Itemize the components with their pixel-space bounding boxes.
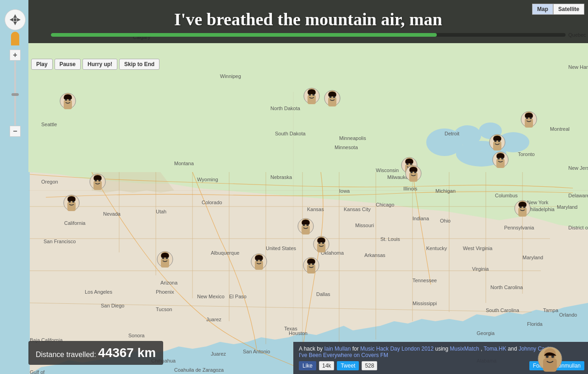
svg-text:Pennsylvania: Pennsylvania bbox=[504, 225, 534, 230]
svg-text:Albuquerque: Albuquerque bbox=[211, 250, 239, 256]
svg-rect-147 bbox=[518, 207, 527, 217]
zoom-out-button[interactable]: − bbox=[10, 126, 21, 137]
location-marker[interactable] bbox=[303, 257, 319, 274]
svg-text:Philadelphia: Philadelphia bbox=[527, 207, 555, 212]
svg-rect-187 bbox=[543, 358, 557, 372]
svg-rect-167 bbox=[255, 261, 263, 270]
svg-text:West Virginia: West Virginia bbox=[463, 246, 493, 251]
svg-text:Wisconsin: Wisconsin bbox=[376, 167, 399, 173]
svg-rect-112 bbox=[308, 95, 316, 104]
satellite-button[interactable]: Satellite bbox=[553, 4, 584, 15]
location-marker[interactable] bbox=[514, 200, 531, 217]
svg-text:Tennessee: Tennessee bbox=[412, 278, 437, 283]
map-container: Seattle Oregon California Nevada Utah Mo… bbox=[0, 0, 588, 374]
svg-text:Juarez: Juarez bbox=[211, 351, 226, 357]
svg-text:North Dakota: North Dakota bbox=[270, 106, 301, 111]
svg-rect-142 bbox=[409, 173, 418, 182]
map-background: Seattle Oregon California Nevada Utah Mo… bbox=[0, 0, 588, 374]
svg-text:El Paso: El Paso bbox=[229, 294, 247, 299]
svg-text:San Antonio: San Antonio bbox=[243, 349, 270, 354]
svg-rect-122 bbox=[525, 118, 533, 128]
twitter-tweet-button[interactable]: Tweet bbox=[337, 361, 359, 370]
skip-button[interactable]: Skip to End bbox=[119, 59, 159, 70]
svg-marker-100 bbox=[13, 14, 17, 18]
svg-text:California: California bbox=[64, 220, 86, 226]
svg-text:Iowa: Iowa bbox=[339, 188, 350, 194]
svg-text:Mississippi: Mississippi bbox=[412, 301, 437, 306]
street-view-icon[interactable] bbox=[11, 32, 19, 45]
ive-been-link[interactable]: I've Been Everywhere on Covers FM bbox=[299, 352, 388, 358]
svg-text:Toronto: Toronto bbox=[518, 151, 535, 157]
location-marker[interactable] bbox=[297, 218, 314, 234]
distance-value: 44367 km bbox=[98, 346, 156, 360]
location-marker[interactable] bbox=[251, 253, 267, 270]
svg-text:Columbus: Columbus bbox=[495, 193, 518, 198]
svg-text:Florida: Florida bbox=[527, 321, 543, 327]
author-link[interactable]: Iain Mullan bbox=[324, 346, 351, 352]
svg-text:Kansas: Kansas bbox=[307, 207, 324, 212]
svg-text:Coahuila de Zaragoza: Coahuila de Zaragoza bbox=[174, 367, 224, 373]
svg-text:Delaware: Delaware bbox=[568, 193, 588, 198]
location-marker[interactable] bbox=[60, 93, 76, 109]
location-marker[interactable] bbox=[405, 165, 422, 182]
svg-text:Minneapolis: Minneapolis bbox=[339, 135, 366, 141]
pan-control[interactable] bbox=[5, 9, 26, 30]
svg-rect-172 bbox=[302, 225, 310, 234]
svg-text:Virginia: Virginia bbox=[472, 266, 489, 272]
svg-text:Arkansas: Arkansas bbox=[364, 252, 385, 258]
play-button[interactable]: Play bbox=[31, 59, 53, 70]
map-button[interactable]: Map bbox=[532, 4, 553, 15]
svg-text:Detroit: Detroit bbox=[445, 131, 459, 136]
svg-text:Gulf of: Gulf of bbox=[30, 369, 45, 374]
svg-text:St. Louis: St. Louis bbox=[380, 236, 400, 242]
zoom-in-button[interactable]: + bbox=[10, 50, 21, 61]
svg-text:District of Columbia: District of Columbia bbox=[568, 225, 588, 230]
location-marker[interactable] bbox=[63, 195, 80, 211]
facebook-like-button[interactable]: Like bbox=[299, 361, 316, 370]
svg-text:Michigan: Michigan bbox=[435, 188, 456, 194]
svg-text:Chicago: Chicago bbox=[376, 202, 394, 207]
svg-text:North Carolina: North Carolina bbox=[490, 285, 523, 290]
svg-rect-107 bbox=[64, 100, 72, 109]
svg-text:Illinois: Illinois bbox=[403, 186, 418, 191]
svg-rect-127 bbox=[493, 141, 501, 151]
svg-text:Houston: Houston bbox=[289, 330, 308, 336]
toma-link[interactable]: Toma.HK bbox=[484, 346, 506, 352]
hurry-button[interactable]: Hurry up! bbox=[82, 59, 117, 70]
svg-text:Phoenix: Phoenix bbox=[156, 289, 174, 295]
zoom-slider[interactable] bbox=[14, 61, 16, 125]
location-marker[interactable] bbox=[313, 236, 330, 252]
twitter-count: 528 bbox=[362, 361, 377, 370]
svg-text:Maryland: Maryland bbox=[557, 204, 577, 210]
svg-text:New Mexico: New Mexico bbox=[197, 294, 225, 299]
location-marker[interactable] bbox=[492, 151, 509, 168]
title-bar: I've breathed the mountain air, man bbox=[28, 0, 588, 43]
svg-text:Oregon: Oregon bbox=[41, 179, 58, 184]
location-marker[interactable] bbox=[303, 88, 320, 104]
svg-rect-157 bbox=[67, 202, 76, 211]
svg-marker-102 bbox=[10, 18, 13, 22]
location-marker[interactable] bbox=[89, 173, 106, 190]
location-marker[interactable] bbox=[157, 251, 173, 268]
map-navigation: + − bbox=[5, 9, 26, 137]
musixmatch-link[interactable]: MusixMatch bbox=[450, 346, 479, 352]
svg-text:Sonora: Sonora bbox=[128, 333, 145, 338]
title-text: I've breathed the mountain air, man bbox=[28, 9, 588, 29]
svg-text:New Jersey: New Jersey bbox=[568, 165, 588, 171]
pause-button[interactable]: Pause bbox=[55, 59, 81, 70]
svg-rect-132 bbox=[496, 159, 505, 168]
svg-text:San Diego: San Diego bbox=[101, 303, 124, 308]
svg-rect-177 bbox=[317, 243, 325, 252]
svg-text:Montana: Montana bbox=[174, 161, 194, 166]
svg-rect-152 bbox=[93, 181, 102, 190]
event-link[interactable]: Music Hack Day London 2012 bbox=[360, 346, 434, 352]
location-marker[interactable] bbox=[324, 90, 341, 106]
location-marker[interactable] bbox=[489, 134, 506, 151]
svg-text:Seattle: Seattle bbox=[41, 122, 57, 127]
svg-text:Kentucky: Kentucky bbox=[426, 246, 447, 251]
svg-text:Ohio: Ohio bbox=[440, 218, 451, 223]
svg-text:Indiana: Indiana bbox=[412, 216, 429, 221]
location-marker[interactable] bbox=[521, 111, 537, 128]
svg-text:Nebraska: Nebraska bbox=[270, 174, 292, 180]
svg-text:Wyoming: Wyoming bbox=[197, 177, 218, 182]
